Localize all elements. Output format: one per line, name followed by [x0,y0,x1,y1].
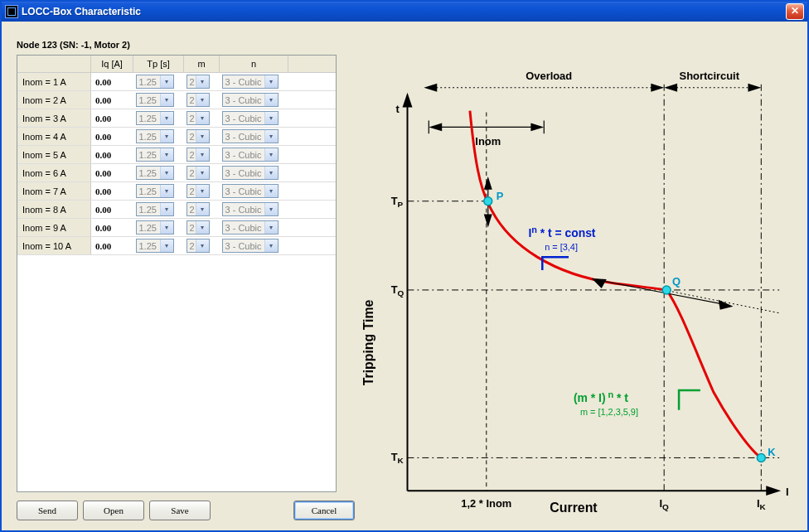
n-select[interactable]: 3 - Cubic▾ [222,111,279,125]
iq-input[interactable] [94,149,125,161]
row-label: Inom = 1 A [17,73,91,91]
m-select[interactable]: 2▾ [187,75,210,89]
chevron-down-icon: ▾ [160,94,173,106]
chevron-down-icon: ▾ [196,130,209,143]
characteristic-diagram: Overload Shortcircuit [351,46,796,520]
tp-select[interactable]: 1.25▾ [136,75,174,89]
svg-marker-26 [484,177,492,190]
table-row: Inom = 10 A1.25▾2▾3 - Cubic▾ [17,237,336,255]
tp-select[interactable]: 1.25▾ [136,129,174,143]
row-label: Inom = 7 A [17,182,91,201]
tp-select[interactable]: 1.25▾ [136,148,174,162]
point-q: Q [672,275,681,288]
m-select[interactable]: 2▾ [187,111,210,125]
n-select[interactable]: 3 - Cubic▾ [222,148,279,162]
table-row: Inom = 3 A1.25▾2▾3 - Cubic▾ [17,109,336,128]
row-label: Inom = 4 A [17,128,91,146]
table-row: Inom = 7 A1.25▾2▾3 - Cubic▾ [17,182,336,201]
close-button[interactable]: ✕ [786,3,804,20]
svg-marker-17 [429,123,442,131]
label-iq: IQ [660,497,670,511]
svg-marker-27 [484,215,492,228]
m-select[interactable]: 2▾ [187,239,210,253]
n-select[interactable]: 3 - Cubic▾ [222,75,279,89]
point-p: P [497,190,504,202]
svg-marker-18 [530,123,544,131]
tp-select[interactable]: 1.25▾ [136,93,174,107]
n-select[interactable]: 3 - Cubic▾ [222,220,279,235]
tp-select[interactable]: 1.25▾ [136,239,174,253]
iq-input[interactable] [94,222,125,234]
chevron-down-icon: ▾ [160,221,173,234]
tp-select[interactable]: 1.25▾ [136,111,174,125]
label-tk: TK [391,451,404,465]
tp-select[interactable]: 1.25▾ [136,220,174,235]
characteristic-table: Iq [A] Tp [s] m n Inom = 1 A1.25▾2▾3 - C… [17,55,337,492]
svg-marker-5 [424,84,437,92]
axis-i: I [786,486,789,498]
iq-input[interactable] [94,186,125,197]
table-row: Inom = 9 A1.25▾2▾3 - Cubic▾ [17,219,336,237]
tp-select[interactable]: 1.25▾ [136,166,174,180]
chevron-down-icon: ▾ [264,75,278,88]
table-row: Inom = 8 A1.25▾2▾3 - Cubic▾ [17,201,336,219]
chevron-down-icon: ▾ [264,148,278,161]
n-select[interactable]: 3 - Cubic▾ [222,184,279,198]
iq-input[interactable] [94,131,125,143]
iq-input[interactable] [94,113,125,124]
chevron-down-icon: ▾ [264,239,278,252]
label-overload: Overload [526,70,572,82]
svg-marker-3 [766,486,781,496]
n-select[interactable]: 3 - Cubic▾ [222,202,279,216]
label-tq: TQ [391,283,404,297]
tp-select[interactable]: 1.25▾ [136,202,174,216]
chevron-down-icon: ▾ [196,94,209,106]
row-label: Inom = 9 A [17,219,91,237]
iq-input[interactable] [94,167,125,179]
m-select[interactable]: 2▾ [187,148,210,162]
save-button[interactable]: Save [149,501,211,520]
send-button[interactable]: Send [17,501,78,520]
m-select[interactable]: 2▾ [187,93,210,107]
eq-green: (m * I) n * t [574,389,628,404]
svg-marker-8 [664,84,677,92]
chevron-down-icon: ▾ [264,167,278,179]
eq-blue-sub: n = [3,4] [545,242,578,252]
chevron-down-icon: ▾ [196,239,209,252]
cancel-button[interactable]: Cancel [293,501,355,520]
node-subtitle: Node 123 (SN: -1, Motor 2) [17,40,130,50]
svg-marker-6 [651,84,664,92]
row-label: Inom = 6 A [17,164,91,182]
label-shortcircuit: Shortcircuit [680,70,740,82]
chevron-down-icon: ▾ [196,148,209,161]
open-button[interactable]: Open [83,501,144,520]
label-tp: TP [391,195,404,209]
m-select[interactable]: 2▾ [187,184,210,198]
chevron-down-icon: ▾ [160,239,173,252]
m-select[interactable]: 2▾ [187,166,210,180]
chevron-down-icon: ▾ [160,185,173,197]
n-select[interactable]: 3 - Cubic▾ [222,166,279,180]
svg-marker-9 [748,84,761,92]
m-select[interactable]: 2▾ [187,202,210,216]
chevron-down-icon: ▾ [264,185,278,197]
iq-input[interactable] [94,240,125,252]
chevron-down-icon: ▾ [160,75,173,88]
label-inom: Inom [475,135,501,148]
iq-input[interactable] [94,204,125,215]
table-row: Inom = 1 A1.25▾2▾3 - Cubic▾ [17,73,336,91]
row-label: Inom = 2 A [17,91,91,109]
n-select[interactable]: 3 - Cubic▾ [222,239,279,253]
chevron-down-icon: ▾ [160,130,173,143]
m-select[interactable]: 2▾ [187,129,210,143]
table-row: Inom = 5 A1.25▾2▾3 - Cubic▾ [17,146,336,164]
chevron-down-icon: ▾ [196,112,209,124]
row-label: Inom = 8 A [17,201,91,219]
tp-select[interactable]: 1.25▾ [136,184,174,198]
iq-input[interactable] [94,94,125,106]
app-icon [5,5,18,18]
iq-input[interactable] [94,76,125,88]
n-select[interactable]: 3 - Cubic▾ [222,93,279,107]
n-select[interactable]: 3 - Cubic▾ [222,129,279,143]
m-select[interactable]: 2▾ [187,220,210,235]
